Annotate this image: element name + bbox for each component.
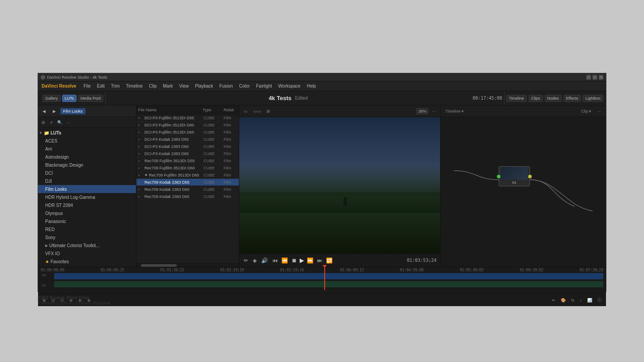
- node-left-connector[interactable]: [497, 175, 500, 178]
- minimize-button[interactable]: ─: [586, 75, 591, 80]
- menu-clip[interactable]: Clip: [146, 83, 159, 89]
- menu-workspace[interactable]: Workspace: [275, 83, 303, 89]
- clips-button[interactable]: Clips: [529, 95, 543, 102]
- horizontal-scrollbar[interactable]: [136, 263, 239, 267]
- tree-item-hdr-st[interactable]: HDR ST 2084: [38, 201, 136, 209]
- list-item[interactable]: ▪ DCI-P3 Fujifilm 3513DI D55 CUBE Film: [136, 114, 239, 122]
- next-frame-btn[interactable]: ⏩: [306, 257, 314, 265]
- preview-clip-btn[interactable]: ▭: [242, 109, 250, 114]
- menu-fairlight[interactable]: Fairlight: [254, 83, 275, 89]
- tree-item-blackmagic[interactable]: Blackmagic Design: [38, 161, 136, 169]
- list-item[interactable]: ▪ DCI-P3 Kodak 2383 D60 CUBE Film: [136, 143, 239, 150]
- tree-item-astrodesign[interactable]: Astrodesign: [38, 153, 136, 161]
- title-bar-text: DaVinci Resolve Studio - 4k Tests: [47, 75, 586, 80]
- tree-item-arri[interactable]: Arri: [38, 145, 136, 153]
- list-item[interactable]: ▪ DCI-P3 Kodak 2383 D55 CUBE Film: [136, 136, 239, 143]
- prev-frame-btn[interactable]: ⏪: [280, 257, 289, 265]
- list-item[interactable]: ▪ DCI-P3 Fujifilm 3513DI D65 CUBE Film: [136, 129, 239, 136]
- bottom-btn-info[interactable]: ⓘ: [596, 296, 603, 304]
- menu-trim[interactable]: Trim: [108, 83, 123, 89]
- menu-edit[interactable]: Edit: [94, 83, 107, 89]
- list-item[interactable]: ▪ DCI-P3 Fujifilm 3513DI D60 CUBE Film: [136, 122, 239, 129]
- nodes-button[interactable]: Nodes: [545, 95, 562, 102]
- file-icon: ▪: [138, 152, 144, 156]
- playhead[interactable]: [324, 265, 325, 290]
- tab-nav-back[interactable]: ◀: [40, 108, 48, 114]
- tree-item-red[interactable]: RED: [38, 225, 136, 233]
- play-btn[interactable]: ▶: [300, 257, 304, 264]
- menu-timeline[interactable]: Timeline: [123, 83, 145, 89]
- mediapool-button[interactable]: Media Pool: [78, 95, 103, 102]
- tab-nav-fwd[interactable]: ▶: [50, 108, 59, 114]
- preview-transform-btn[interactable]: ⊞: [265, 109, 272, 114]
- tree-label-dji: DJI: [45, 179, 52, 184]
- tree-item-olympus[interactable]: Olympus: [38, 209, 136, 217]
- more-btn[interactable]: ···: [65, 120, 72, 125]
- bottom-btn-fx[interactable]: fx: [569, 297, 576, 303]
- preview-more-btn[interactable]: ···: [430, 109, 437, 114]
- node-01[interactable]: 01: [499, 166, 530, 186]
- tc-0: 01:00:00;00: [41, 268, 64, 272]
- tree-item-vfx[interactable]: VFX IO: [38, 249, 136, 257]
- tree-item-film-looks[interactable]: Film Looks: [38, 185, 136, 193]
- menu-file[interactable]: File: [81, 83, 93, 89]
- effects-button[interactable]: Effects: [564, 95, 581, 102]
- zoom-level[interactable]: 38%: [416, 108, 428, 114]
- timeline-button[interactable]: Timeline: [506, 95, 527, 102]
- tree-item-sony[interactable]: Sony: [38, 233, 136, 241]
- window-controls[interactable]: ─ □ ✕: [586, 75, 603, 80]
- node-more-btn[interactable]: ···: [595, 109, 603, 114]
- transform-btn[interactable]: ◈: [252, 257, 258, 265]
- preview-timeline-btn[interactable]: ▭▭: [251, 109, 263, 114]
- go-start-btn[interactable]: ⏮: [271, 257, 279, 265]
- lightbox-button[interactable]: Lightbox: [583, 95, 603, 102]
- panel-title: Film Looks: [60, 108, 85, 114]
- track-v2[interactable]: [54, 273, 603, 279]
- video-ground: [239, 213, 440, 254]
- track-v1[interactable]: [54, 281, 603, 287]
- maximize-button[interactable]: □: [593, 75, 597, 80]
- tree-item-panasonic[interactable]: Panasonic: [38, 217, 136, 225]
- audio-btn[interactable]: 🔊: [260, 257, 269, 265]
- tree-item-ultimate[interactable]: ▶ Ultimate Colorist Toolkit...: [38, 241, 136, 249]
- bottom-btn-audio[interactable]: ♪: [578, 297, 584, 303]
- menu-view[interactable]: View: [177, 83, 192, 89]
- list-item[interactable]: ▪ Rec709 Kodak 2383 D65 CUBE Film: [136, 193, 239, 200]
- grid-view-btn[interactable]: ⊞: [40, 120, 47, 125]
- bottom-btn-edit[interactable]: ✏: [550, 297, 557, 303]
- list-item[interactable]: ▪ Rec709 Kodak 2383 D60 CUBE Film: [136, 186, 239, 193]
- menu-playback[interactable]: Playback: [192, 83, 216, 89]
- tree-item-dci[interactable]: DCI: [38, 169, 136, 177]
- luts-button[interactable]: LUTs: [62, 95, 77, 102]
- list-item-selected[interactable]: ▪ Rec709 Kodak 2383 D55 CUBE Film: [136, 179, 239, 186]
- edit-mode-btn[interactable]: ✏: [243, 257, 249, 265]
- menu-help[interactable]: Help: [304, 83, 319, 89]
- tree-item-luts[interactable]: ▼ 📁 LUTs: [38, 129, 136, 137]
- close-button[interactable]: ✕: [599, 75, 603, 80]
- caption-line1: 2383 Kodak Print Film: [38, 295, 110, 300]
- loop-btn[interactable]: 🔁: [325, 257, 334, 265]
- list-item[interactable]: ▪ ★ Rec709 Fujifilm 3513DI D65 CUBE Film: [136, 172, 239, 179]
- search-btn[interactable]: 🔍: [55, 120, 64, 125]
- bottom-btn-color[interactable]: 🎨: [559, 297, 568, 303]
- node-timeline-btn[interactable]: Timeline ▾: [443, 109, 466, 114]
- list-item[interactable]: ▪ Rec709 Fujifilm 3513DI D55 CUBE Film: [136, 157, 239, 164]
- tree-item-dji[interactable]: DJI: [38, 177, 136, 185]
- tree-item-hdr-hybrid[interactable]: HDR Hybrid Log-Gamma: [38, 193, 136, 201]
- node-right-connector[interactable]: [528, 175, 532, 178]
- list-item[interactable]: ▪ DCI-P3 Kodak 2383 D65 CUBE Film: [136, 150, 239, 157]
- stop-btn[interactable]: ⏹: [291, 257, 298, 265]
- row-rel: Film: [224, 159, 237, 163]
- panel-toolbar: ⊞ ≡ 🔍 ···: [38, 117, 136, 128]
- node-clip-btn[interactable]: Clip ▾: [579, 109, 593, 114]
- tree-item-aces[interactable]: ACES: [38, 137, 136, 145]
- menu-mark[interactable]: Mark: [160, 83, 175, 89]
- menu-color[interactable]: Color: [237, 83, 253, 89]
- gallery-button[interactable]: Gallery: [42, 95, 61, 102]
- go-end-btn[interactable]: ⏭: [316, 257, 323, 265]
- menu-fusion[interactable]: Fusion: [217, 83, 236, 89]
- list-item[interactable]: ▪ Rec709 Fujifilm 3513DI D60 CUBE Film: [136, 164, 239, 172]
- list-view-btn[interactable]: ≡: [48, 120, 54, 125]
- bottom-btn-graph[interactable]: 📊: [585, 297, 594, 303]
- tree-item-favorites[interactable]: ★ Favorites: [38, 257, 136, 265]
